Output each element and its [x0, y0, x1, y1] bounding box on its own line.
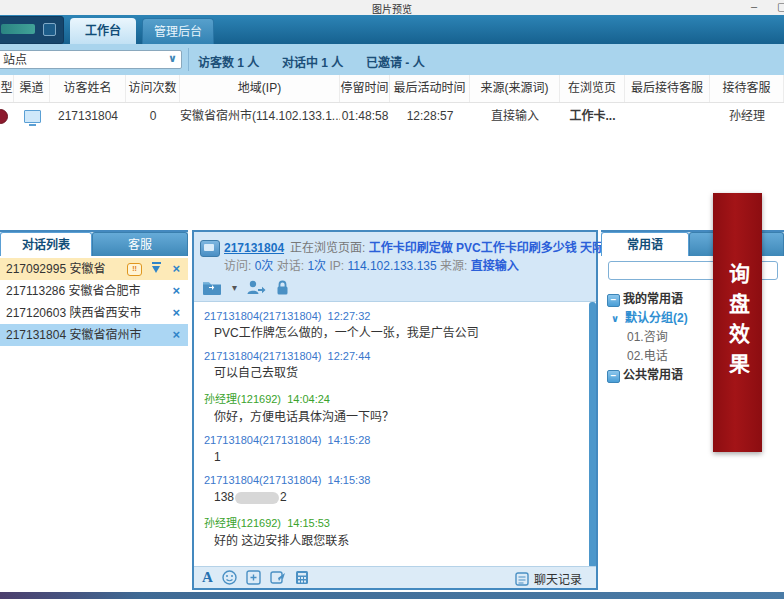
dialog-label: 对话: [277, 259, 304, 273]
visitor-count-stat: 访客数 1 人 [198, 53, 259, 70]
conversation-panel: 对话列表 客服 217092995 安徽省 !! × 217113286 安徽省… [0, 230, 188, 590]
visit-value: 0次 [255, 259, 274, 273]
close-icon[interactable]: × [172, 280, 180, 302]
send-file-icon[interactable] [270, 570, 286, 585]
conversation-panel-tabs: 对话列表 客服 [0, 232, 188, 256]
folder-dropdown-icon[interactable]: ▾ [232, 282, 237, 293]
browsing-page-title-link[interactable]: 工作卡印刷定做 PVC工作卡印刷多少钱 天际 ... [369, 241, 618, 255]
chat-message: 217131804(217131804) 12:27:32 PVC工作牌怎么做的… [204, 310, 579, 341]
window-bottom-bar [0, 592, 784, 599]
table-row[interactable]: 217131804 0 安徽省宿州市(114.102.133.1... 01:4… [0, 102, 784, 130]
lock-icon[interactable] [276, 280, 289, 295]
browsing-page-link[interactable]: 工作卡... [560, 102, 625, 130]
screen-capture-icon[interactable] [246, 570, 261, 585]
chat-message-area: 217131804(217131804) 12:27:32 PVC工作牌怎么做的… [194, 302, 589, 568]
sender-name: 孙经理(121692) [204, 517, 281, 529]
banner-text: 询盘效果 [723, 263, 753, 383]
tab-dialog-list[interactable]: 对话列表 [0, 232, 92, 256]
divider [188, 48, 189, 71]
emoticon-icon[interactable] [222, 570, 237, 585]
site-select[interactable]: 站点 [0, 50, 182, 69]
col-last-active: 最后活动时间 [390, 75, 470, 102]
last-agent-cell [625, 102, 710, 130]
tree-node-label: 我的常用语 [623, 292, 683, 306]
select-dropdown-icon[interactable]: ∨ [168, 52, 177, 65]
title-bar: 图片预览 – ▢ [0, 0, 784, 15]
message-text-masked: 1382 [204, 489, 579, 505]
col-visitor-name: 访客姓名 [50, 75, 126, 102]
tree-node-label: 默认分组(2) [625, 311, 688, 325]
phone-suffix: 2 [280, 490, 287, 504]
font-icon[interactable]: A [202, 569, 213, 585]
ip-label: IP: [329, 259, 344, 273]
message-time: 14:15:28 [328, 434, 371, 446]
transfer-visitor-icon[interactable] [247, 280, 266, 295]
tree-node-label: 公共常用语 [623, 368, 683, 382]
list-item-217092995[interactable]: 217092995 安徽省 !! × [0, 258, 188, 280]
conversation-label: 217131804 安徽省宿州市 [6, 328, 141, 342]
list-item-217131804[interactable]: 217131804 安徽省宿州市 × [0, 324, 188, 346]
dialog-value: 1次 [307, 259, 326, 273]
tab-admin[interactable]: 管理后台 [142, 18, 214, 45]
visitor-table-header: 型 渠道 访客姓名 访问次数 地域(IP) 停留时间 最后活动时间 来源(来源词… [0, 75, 784, 103]
col-source: 来源(来源词) [470, 75, 560, 102]
visitor-id-link[interactable]: 217131804 [224, 241, 284, 255]
message-text: 好的 这边安排人跟您联系 [204, 533, 579, 549]
minimize-button[interactable]: – [751, 0, 757, 13]
col-channel: 渠道 [14, 75, 50, 102]
move-to-bottom-icon[interactable] [152, 262, 161, 275]
folder-icon[interactable] [202, 280, 222, 295]
visit-count-cell: 0 [126, 102, 180, 130]
tab-workbench[interactable]: 工作台 [70, 18, 136, 44]
conversation-label: 217120603 陕西省西安市 [6, 306, 141, 320]
chat-history-label: 聊天记录 [534, 570, 582, 587]
sender-name: 217131804(217131804) [204, 434, 321, 446]
sender-name: 217131804(217131804) [204, 350, 321, 362]
message-time: 12:27:44 [328, 350, 371, 362]
logo-small-icon [43, 23, 56, 36]
message-text: 1 [204, 449, 579, 465]
col-browsing-page: 在浏览页 [560, 75, 625, 102]
dialog-count-stat: 对话中 1 人 [282, 53, 343, 70]
channel-cell [14, 102, 50, 130]
new-message-icon[interactable]: !! [127, 263, 142, 276]
tree-collapse-icon[interactable]: − [607, 294, 620, 307]
chevron-down-icon[interactable]: ∨ [611, 309, 619, 328]
message-time: 14:15:38 [328, 474, 371, 486]
chat-scrollbar[interactable] [589, 302, 596, 568]
chat-history-icon [515, 572, 529, 586]
col-region-ip: 地域(IP) [180, 75, 340, 102]
visitor-avatar-icon [200, 240, 220, 257]
chat-history-button[interactable]: 聊天记录 [515, 570, 582, 587]
calculator-icon[interactable] [295, 570, 309, 585]
region-ip-cell: 安徽省宿州市(114.102.133.1... [180, 102, 340, 130]
close-icon[interactable]: × [172, 302, 180, 324]
col-type: 型 [0, 75, 14, 102]
col-last-agent: 最后接待客服 [625, 75, 710, 102]
tab-common-phrases[interactable]: 常用语 [601, 232, 689, 256]
source-cell: 直接输入 [470, 102, 560, 130]
col-stay-time: 停留时间 [340, 75, 390, 102]
redacted-phone-blur [235, 492, 279, 504]
message-text: 可以自己去取货 [204, 365, 579, 381]
chat-message: 217131804(217131804) 12:27:44 可以自己去取货 [204, 350, 579, 381]
tab-agents[interactable]: 客服 [92, 232, 188, 256]
visitor-name-cell: 217131804 [50, 102, 126, 130]
tree-collapse-icon[interactable]: − [607, 370, 620, 383]
chat-toolbar: A 聊天记录 [194, 566, 596, 588]
logo-fragment [0, 16, 64, 44]
agent-cell: 孙经理 [710, 102, 784, 130]
last-active-cell: 12:28:57 [390, 102, 470, 130]
close-icon[interactable]: × [172, 324, 180, 346]
sender-name: 孙经理(121692) [204, 393, 281, 405]
list-item-217120603[interactable]: 217120603 陕西省西安市 × [0, 302, 188, 324]
maximize-button[interactable]: ▢ [777, 0, 784, 13]
conversation-label: 217113286 安徽省合肥市 [6, 284, 141, 298]
invited-count-stat: 已邀请 - 人 [366, 53, 425, 70]
list-item-217113286[interactable]: 217113286 安徽省合肥市 × [0, 280, 188, 302]
chat-header: 217131804正在浏览页面: 工作卡印刷定做 PVC工作卡印刷多少钱 天际 … [194, 232, 596, 302]
chat-message: 217131804(217131804) 14:15:38 1382 [204, 474, 579, 505]
close-icon[interactable]: × [172, 258, 180, 280]
col-agent: 接待客服 [710, 75, 784, 102]
col-visit-count: 访问次数 [126, 75, 180, 102]
